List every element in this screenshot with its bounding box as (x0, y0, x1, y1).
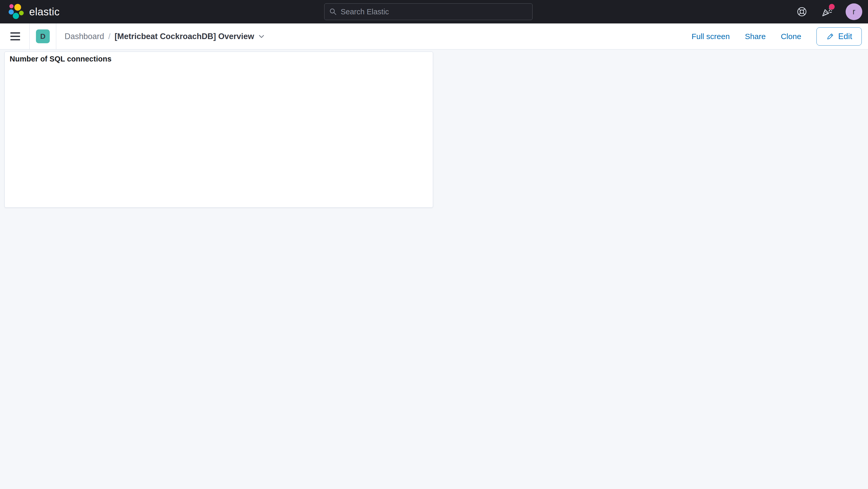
breadcrumb: Dashboard / [Metricbeat CockroachDB] Ove… (65, 32, 265, 41)
life-buoy-icon (796, 6, 808, 18)
notification-dot (829, 4, 835, 10)
panel-title: Number of SQL connections (10, 55, 112, 63)
elastic-logo-icon (8, 3, 25, 20)
elastic-logo[interactable]: elastic (8, 3, 60, 20)
edit-button-label: Edit (838, 32, 852, 41)
dashboard-grid: Number of SQL connections (0, 50, 868, 489)
search-icon (329, 8, 337, 16)
menu-button[interactable] (9, 31, 22, 42)
search-input[interactable] (341, 7, 528, 16)
newsfeed-button[interactable] (820, 5, 833, 18)
user-avatar[interactable]: r (846, 3, 862, 20)
chevron-down-icon[interactable] (258, 34, 265, 38)
breadcrumb-separator: / (108, 32, 111, 41)
pencil-icon (826, 32, 834, 41)
panel-number-of-sql-connections: Number of SQL connections (4, 52, 433, 208)
global-search[interactable] (324, 3, 533, 20)
breadcrumb-bar: D Dashboard / [Metricbeat CockroachDB] O… (0, 24, 868, 50)
clone-button[interactable]: Clone (781, 32, 801, 41)
edit-button[interactable]: Edit (816, 27, 862, 45)
divider (29, 24, 30, 50)
page-title: [Metricbeat CockroachDB] Overview (115, 32, 254, 41)
help-button[interactable] (796, 5, 808, 18)
breadcrumb-dashboard[interactable]: Dashboard (65, 32, 104, 41)
divider (56, 24, 56, 50)
full-screen-button[interactable]: Full screen (691, 32, 730, 41)
space-badge[interactable]: D (36, 29, 50, 43)
logo-wordmark: elastic (29, 6, 60, 18)
top-app-bar: elastic (0, 0, 868, 24)
share-button[interactable]: Share (745, 32, 766, 41)
